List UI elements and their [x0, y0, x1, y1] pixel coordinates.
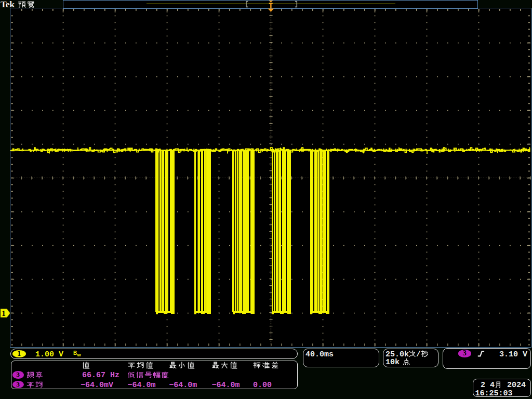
svg-text:/: /	[416, 350, 421, 359]
